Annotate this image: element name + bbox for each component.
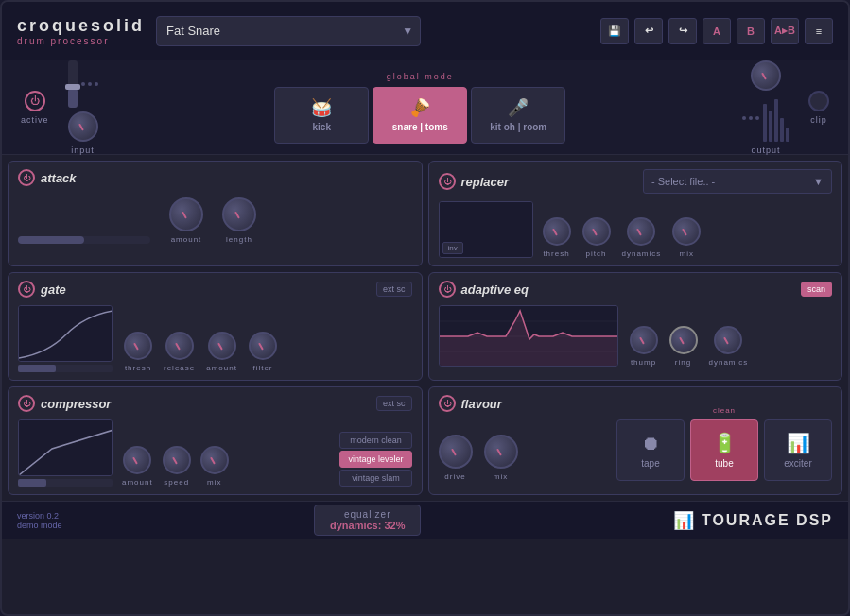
- compressor-speed-knob[interactable]: [163, 446, 191, 474]
- main-container: croquesolid drum processor Fat Snare Tig…: [0, 0, 850, 616]
- replacer-panel: ⏻ replacer - Select file.. - ▼ inv: [428, 161, 843, 266]
- active-power-button[interactable]: [25, 91, 45, 111]
- redo-button[interactable]: ↪: [668, 18, 697, 44]
- flavour-drive-knob[interactable]: [439, 435, 473, 469]
- replacer-file-select[interactable]: - Select file.. - ▼: [643, 169, 832, 194]
- compressor-vintage-leveler-button[interactable]: vintage leveler: [339, 451, 411, 468]
- flavour-tape-button[interactable]: ⏺ tape: [616, 419, 685, 481]
- replacer-thresh-knob[interactable]: [543, 217, 571, 246]
- gate-curve-display: [18, 305, 113, 372]
- flavour-tube-button[interactable]: 🔋 tube: [690, 419, 758, 481]
- mode-kit-oh-room[interactable]: 🎤 kit oh | room: [471, 87, 565, 144]
- attack-controls: amount length: [18, 194, 412, 244]
- adaptive-eq-title: adaptive eq: [461, 282, 529, 297]
- gate-thresh-wrap: thresh: [124, 332, 152, 372]
- header: croquesolid drum processor Fat Snare Tig…: [2, 2, 848, 60]
- attack-slider-container: [18, 214, 150, 244]
- mode-snare-toms[interactable]: 🪘 snare | toms: [373, 87, 467, 144]
- replacer-dynamics-wrap: dynamics: [622, 217, 662, 258]
- adaptive-eq-panel: ⏻ adaptive eq scan: [428, 272, 843, 381]
- gate-release-wrap: release: [164, 332, 195, 372]
- flavour-header: ⏻ flavour: [439, 395, 833, 412]
- version-label: version 0.2: [17, 511, 62, 521]
- compressor-vintage-slam-button[interactable]: vintage slam: [339, 470, 411, 487]
- undo-button[interactable]: ↩: [634, 18, 663, 44]
- output-label: output: [751, 145, 780, 155]
- compressor-ext-sc-button[interactable]: ext sc: [376, 396, 412, 411]
- compressor-mix-wrap: mix: [200, 446, 229, 487]
- demo-mode-label: demo mode: [17, 521, 62, 530]
- gate-filter-knob[interactable]: [249, 332, 277, 360]
- footer-equalizer-button[interactable]: equalizer dynamics: 32%: [314, 505, 421, 536]
- replacer-power-button[interactable]: ⏻: [439, 173, 456, 190]
- adaptive-eq-thump-label: thump: [631, 358, 656, 367]
- preset-dropdown[interactable]: Fat Snare Tight Snare Room Snare Hip Hop…: [156, 16, 421, 46]
- compressor-amount-knob[interactable]: [123, 446, 151, 474]
- mode-section: global mode 🥁 kick 🪘 snare | toms 🎤 kit …: [274, 72, 565, 144]
- adaptive-eq-dynamics-knob[interactable]: [714, 326, 742, 354]
- gate-header: ⏻ gate ext sc: [18, 281, 412, 298]
- gate-release-knob[interactable]: [165, 332, 194, 360]
- attack-panel: ⏻ attack amount length: [8, 161, 423, 266]
- global-mode-label: global mode: [387, 72, 454, 81]
- compressor-header: ⏻ compressor ext sc: [18, 395, 412, 412]
- svg-rect-6: [19, 420, 113, 476]
- flavour-mix-knob[interactable]: [484, 435, 518, 469]
- preset-dropdown-wrap[interactable]: Fat Snare Tight Snare Room Snare Hip Hop…: [156, 16, 421, 46]
- compressor-mix-label: mix: [207, 478, 221, 487]
- menu-button[interactable]: ≡: [805, 18, 833, 44]
- brand-icon: 📊: [673, 510, 694, 531]
- gate-power-button[interactable]: ⏻: [18, 281, 35, 298]
- compressor-mix-knob[interactable]: [200, 446, 229, 474]
- compressor-speed-label: speed: [164, 478, 189, 487]
- attack-header: ⏻ attack: [18, 169, 412, 186]
- tape-label: tape: [641, 458, 659, 469]
- adaptive-eq-ring-label: ring: [675, 358, 691, 367]
- adaptive-eq-dynamics-wrap: dynamics: [709, 326, 749, 367]
- mode-kick[interactable]: 🥁 kick: [274, 87, 369, 144]
- adaptive-eq-scan-button[interactable]: scan: [801, 282, 832, 297]
- save-button[interactable]: 💾: [600, 18, 629, 44]
- btn-ab[interactable]: A▸B: [771, 18, 799, 44]
- flavour-btn-row: ⏺ tape 🔋 tube 📊 exciter: [616, 419, 832, 481]
- flavour-exciter-button[interactable]: 📊 exciter: [764, 419, 832, 481]
- attack-amount-knob[interactable]: [169, 197, 203, 231]
- flavour-type-buttons: clean ⏺ tape 🔋 tube 📊: [616, 419, 832, 481]
- compressor-curve-wrap: [18, 419, 113, 487]
- replacer-pitch-knob[interactable]: [582, 217, 611, 246]
- gate-amount-knob[interactable]: [208, 332, 236, 360]
- footer: version 0.2 demo mode equalizer dynamics…: [2, 501, 848, 539]
- attack-slider-h[interactable]: [18, 236, 150, 244]
- attack-power-button[interactable]: ⏻: [18, 169, 35, 186]
- kit-label: kit oh | room: [490, 122, 546, 132]
- panels-area: ⏻ attack amount length: [2, 155, 848, 501]
- compressor-power-button[interactable]: ⏻: [18, 395, 35, 412]
- replacer-inv-button[interactable]: inv: [442, 242, 463, 254]
- btn-b[interactable]: B: [737, 18, 765, 44]
- input-group: input: [68, 60, 98, 155]
- replacer-dynamics-knob[interactable]: [627, 217, 655, 246]
- attack-amount-label: amount: [171, 235, 202, 244]
- replacer-mix-knob[interactable]: [672, 217, 701, 246]
- input-label: input: [71, 145, 95, 155]
- output-knob[interactable]: [751, 60, 781, 91]
- adaptive-eq-ring-wrap: ring: [669, 326, 698, 367]
- adaptive-eq-ring-knob[interactable]: [669, 326, 698, 354]
- gate-title: gate: [41, 282, 66, 297]
- flavour-power-button[interactable]: ⏻: [439, 395, 456, 412]
- output-group: output: [742, 60, 789, 155]
- flavour-mix-wrap: mix: [484, 435, 518, 481]
- input-slider[interactable]: [68, 60, 78, 108]
- kick-label: kick: [313, 122, 331, 132]
- gate-thresh-knob[interactable]: [124, 332, 152, 360]
- compressor-amount-wrap: amount: [122, 446, 153, 487]
- output-level-dots: [742, 116, 759, 120]
- attack-length-knob[interactable]: [222, 197, 256, 231]
- compressor-modern-clean-button[interactable]: modern clean: [339, 432, 411, 449]
- btn-a[interactable]: A: [703, 18, 731, 44]
- gate-ext-sc-button[interactable]: ext sc: [376, 282, 412, 297]
- input-knob[interactable]: [68, 111, 98, 142]
- adaptive-eq-thump-knob[interactable]: [630, 326, 658, 354]
- adaptive-eq-power-button[interactable]: ⏻: [439, 281, 456, 298]
- active-label: active: [21, 115, 49, 125]
